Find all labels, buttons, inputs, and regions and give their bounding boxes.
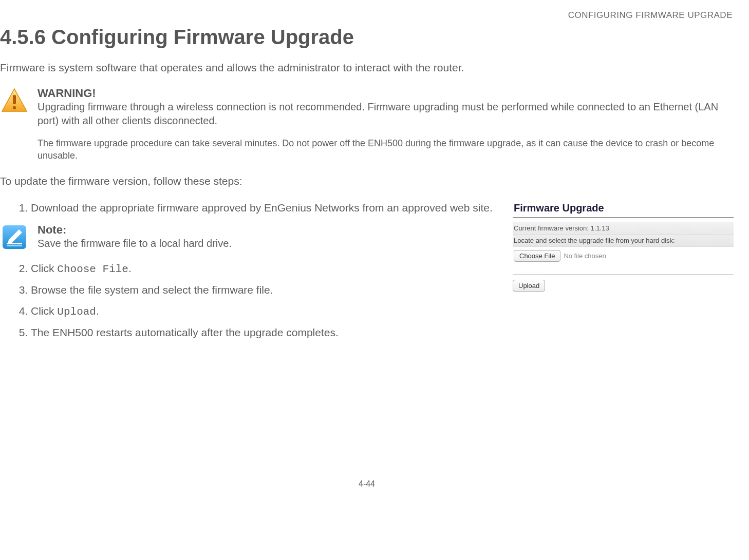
choose-file-button[interactable]: Choose File	[514, 250, 560, 262]
warning-text: Upgrading firmware through a wireless co…	[38, 100, 734, 128]
note-callout: Note: Save the firmware file to a local …	[0, 223, 502, 250]
file-chooser-row: Choose File No file chosen	[513, 246, 734, 265]
widget-title: Firmware Upgrade	[513, 200, 734, 218]
svg-rect-5	[7, 245, 22, 246]
upload-button[interactable]: Upload	[513, 280, 545, 292]
warning-title: WARNING!	[38, 87, 734, 100]
steps-intro: To update the firmware version, follow t…	[0, 175, 734, 187]
step-2-suffix: .	[128, 262, 132, 274]
step-2: Click Choose File.	[31, 261, 502, 277]
locate-file-row: Locate and select the upgrade file from …	[513, 234, 734, 246]
step-3: Browse the file system and select the fi…	[31, 282, 502, 298]
step-2-prefix: Click	[31, 262, 57, 274]
step-2-code: Choose File	[57, 263, 128, 275]
step-4-prefix: Click	[31, 305, 57, 317]
running-header: CONFIGURING FIRMWARE UPGRADE	[0, 10, 734, 21]
no-file-chosen-label: No file chosen	[564, 252, 606, 260]
steps-list-continued: Click Choose File. Browse the file syste…	[0, 261, 502, 341]
warning-icon	[0, 87, 28, 112]
step-5: The ENH500 restarts automatically after …	[31, 325, 502, 340]
step-4-code: Upload	[57, 306, 96, 318]
step-4: Click Upload.	[31, 303, 502, 320]
warning-subtext: The firmware upgrade procedure can take …	[38, 137, 734, 162]
intro-paragraph: Firmware is system software that operate…	[0, 62, 734, 74]
note-text: Save the firmware file to a local hard d…	[38, 237, 502, 250]
firmware-version-row: Current firmware version: 1.1.13	[513, 222, 734, 234]
widget-divider	[513, 274, 734, 275]
page-title: 4.5.6 Configuring Firmware Upgrade	[0, 26, 734, 49]
svg-rect-1	[13, 95, 16, 104]
note-icon	[0, 223, 28, 250]
note-title: Note:	[38, 223, 502, 237]
firmware-upgrade-widget: Firmware Upgrade Current firmware versio…	[513, 200, 734, 292]
svg-rect-2	[13, 106, 16, 109]
steps-list: Download the appropriate firmware approv…	[0, 200, 502, 216]
step-1: Download the appropriate firmware approv…	[31, 200, 502, 216]
warning-callout: WARNING! Upgrading firmware through a wi…	[0, 87, 734, 162]
page-number: 4-44	[0, 479, 734, 489]
step-4-suffix: .	[96, 305, 99, 317]
